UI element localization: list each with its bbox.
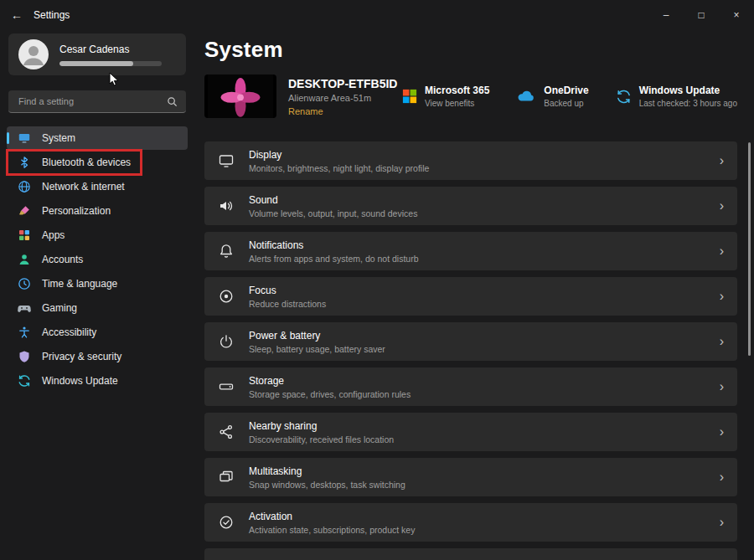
settings-row-display[interactable]: Display Monitors, brightness, night ligh… — [204, 141, 737, 180]
profile-info: Cesar Cadenas — [59, 44, 176, 66]
sidebar-item-gaming[interactable]: Gaming — [7, 296, 188, 320]
profile-card[interactable]: Cesar Cadenas — [8, 33, 186, 75]
settings-row-partial[interactable] — [204, 548, 737, 560]
globe-icon — [18, 180, 31, 193]
row-title: Activation — [249, 511, 415, 522]
settings-list: Display Monitors, brightness, night ligh… — [204, 141, 737, 560]
windows-update-icon — [616, 89, 632, 105]
person-icon — [18, 253, 31, 266]
row-subtitle: Discoverability, received files location — [249, 434, 394, 444]
onedrive-card[interactable]: OneDrive Backed up — [516, 85, 588, 108]
status-card-subtitle: View benefits — [425, 99, 489, 108]
avatar — [18, 39, 49, 69]
settings-row-multitasking[interactable]: Multitasking Snap windows, desktops, tas… — [204, 458, 737, 496]
sidebar-item-apps[interactable]: Apps — [7, 223, 188, 247]
system-icon — [18, 131, 31, 145]
sidebar-item-accessibility[interactable]: Accessibility — [7, 321, 188, 344]
settings-row-activation[interactable]: Activation Activation state, subscriptio… — [204, 503, 737, 542]
titlebar: ← Settings – □ × — [0, 0, 754, 30]
settings-row-storage[interactable]: Storage Storage space, drives, configura… — [204, 367, 737, 406]
sidebar-item-label: Bluetooth & devices — [42, 157, 131, 168]
sidebar-item-label: Accounts — [42, 254, 83, 265]
row-subtitle: Activation state, subscriptions, product… — [249, 525, 415, 535]
status-card-title: OneDrive — [544, 85, 588, 96]
scrollbar-thumb[interactable] — [748, 142, 751, 356]
sidebar-item-bluetooth-devices[interactable]: Bluetooth & devices — [7, 151, 188, 174]
bluetooth-icon — [18, 156, 31, 169]
back-button[interactable]: ← — [0, 0, 34, 30]
sidebar-item-label: Gaming — [42, 302, 77, 314]
device-model: Alienware Area-51m — [288, 93, 397, 103]
search-input[interactable] — [17, 95, 167, 107]
chevron-right-icon: › — [720, 425, 724, 439]
settings-row-sound[interactable]: Sound Volume levels, output, input, soun… — [204, 187, 737, 225]
chevron-right-icon: › — [720, 335, 724, 348]
window-controls: – □ × — [648, 0, 754, 30]
chevron-right-icon: › — [720, 199, 724, 213]
onedrive-cloud-icon — [516, 90, 536, 103]
row-subtitle: Monitors, brightness, night light, displ… — [249, 163, 429, 173]
accessibility-person-icon — [18, 326, 31, 339]
app-title: Settings — [34, 9, 70, 21]
chevron-right-icon: › — [720, 470, 724, 484]
checkmark-circle-icon — [218, 514, 235, 531]
game-controller-icon — [18, 301, 31, 315]
chevron-right-icon: › — [720, 516, 724, 529]
row-title: Focus — [249, 285, 326, 296]
focus-icon — [218, 288, 235, 305]
rename-link[interactable]: Rename — [288, 106, 397, 116]
speaker-icon — [218, 198, 235, 214]
sidebar-item-label: System — [42, 132, 75, 144]
sidebar-item-label: Windows Update — [42, 375, 118, 387]
sidebar: Cesar Cadenas System Bluetooth & devices — [0, 30, 194, 560]
microsoft-365-icon — [402, 89, 417, 104]
main-content: System DESKTOP-ETFB5ID Alienware Area-51… — [204, 30, 737, 560]
row-title: Power & battery — [249, 330, 385, 342]
sidebar-item-label: Accessibility — [42, 326, 96, 338]
clock-icon — [18, 277, 31, 290]
chevron-right-icon: › — [720, 290, 724, 303]
status-cards: Microsoft 365 View benefits OneDrive Bac… — [402, 85, 737, 108]
row-subtitle: Storage space, drives, configuration rul… — [249, 389, 411, 399]
page-title: System — [204, 37, 737, 63]
sidebar-item-time-language[interactable]: Time & language — [7, 272, 188, 295]
row-subtitle: Volume levels, output, input, sound devi… — [249, 208, 417, 218]
settings-row-nearby-sharing[interactable]: Nearby sharing Discoverability, received… — [204, 413, 737, 451]
row-title: Sound — [249, 194, 417, 206]
shield-icon — [18, 350, 31, 363]
row-title: Storage — [249, 375, 411, 387]
status-card-subtitle: Backed up — [544, 99, 588, 108]
minimize-icon: – — [664, 9, 669, 21]
device-name: DESKTOP-ETFB5ID — [288, 77, 397, 90]
search-box[interactable] — [8, 90, 186, 113]
profile-progress-bar — [59, 61, 162, 66]
sidebar-item-personalization[interactable]: Personalization — [7, 199, 188, 223]
multitasking-windows-icon — [218, 469, 235, 486]
brush-icon — [18, 204, 31, 218]
device-wallpaper-thumbnail — [204, 74, 276, 118]
maximize-button[interactable]: □ — [684, 0, 719, 30]
settings-row-notifications[interactable]: Notifications Alerts from apps and syste… — [204, 232, 737, 270]
sidebar-item-accounts[interactable]: Accounts — [7, 248, 188, 271]
sidebar-item-privacy-security[interactable]: Privacy & security — [7, 345, 188, 368]
minimize-button[interactable]: – — [648, 0, 684, 30]
sidebar-item-system[interactable]: System — [7, 126, 188, 150]
sidebar-item-label: Privacy & security — [42, 351, 121, 362]
search-icon — [167, 96, 178, 107]
maximize-icon: □ — [698, 9, 704, 21]
row-subtitle: Sleep, battery usage, battery saver — [249, 344, 385, 354]
row-title: Notifications — [249, 239, 419, 251]
sidebar-item-label: Apps — [42, 229, 65, 241]
profile-name: Cesar Cadenas — [59, 44, 176, 55]
chevron-right-icon: › — [720, 380, 724, 393]
settings-row-power-battery[interactable]: Power & battery Sleep, battery usage, ba… — [204, 322, 737, 361]
row-subtitle: Reduce distractions — [249, 299, 326, 309]
sidebar-item-windows-update[interactable]: Windows Update — [7, 369, 188, 393]
close-button[interactable]: × — [719, 0, 754, 30]
sidebar-item-network-internet[interactable]: Network & internet — [7, 175, 188, 198]
windows-update-card[interactable]: Windows Update Last checked: 3 hours ago — [616, 85, 737, 108]
settings-row-focus[interactable]: Focus Reduce distractions › — [204, 277, 737, 316]
display-icon — [218, 152, 235, 169]
row-subtitle: Snap windows, desktops, task switching — [249, 480, 405, 490]
microsoft-365-card[interactable]: Microsoft 365 View benefits — [402, 85, 489, 108]
